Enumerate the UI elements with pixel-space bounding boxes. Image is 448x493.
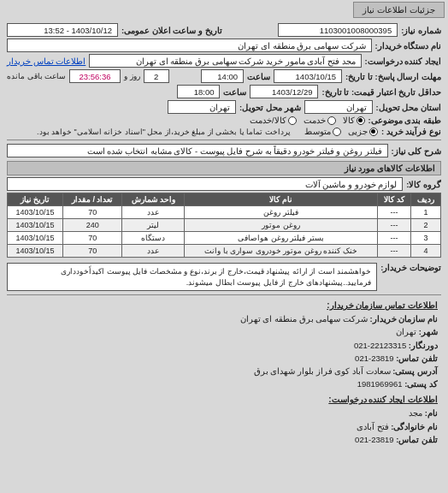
table-cell: 4 xyxy=(411,245,441,258)
time-label-1: ساعت xyxy=(247,72,270,81)
radio-goods[interactable] xyxy=(357,116,365,125)
table-cell: --- xyxy=(377,219,410,232)
need-title: فیلتر روغن و فیلتر خودرو دقیقاً به شرح ف… xyxy=(7,144,388,157)
table-cell: لیتر xyxy=(122,219,185,232)
buy-type-group: جزیی متوسط xyxy=(304,127,378,136)
table-cell: 70 xyxy=(63,206,122,219)
table-cell: 1403/10/15 xyxy=(8,206,63,219)
pay-note: پرداخت تماما یا بخشی از مبلغ خرید،از محل… xyxy=(37,128,291,136)
buyer-contact-link[interactable]: اطلاعات تماس خریدار xyxy=(7,56,85,66)
table-cell: 1403/10/15 xyxy=(8,232,63,245)
remain-days-label: روز و xyxy=(124,72,140,80)
remain-time-label: ساعت باقی مانده xyxy=(7,72,66,80)
table-cell: 3 xyxy=(411,232,441,245)
table-cell: 1403/10/15 xyxy=(8,219,63,232)
org-value: شرکت سهامی برق منطقه ای تهران xyxy=(240,314,368,324)
table-header: ردیف xyxy=(411,193,441,206)
goods-group: لوازم خودرو و ماشین آلات xyxy=(7,177,403,191)
table-row: 4---خنک کننده روغن موتور خودروی سواری با… xyxy=(8,245,441,258)
table-cell: بستر فیلتر روغن هواصافی xyxy=(185,232,378,245)
opt-goods-service: کالا/خدمت xyxy=(250,116,286,125)
divider-1 xyxy=(7,140,441,140)
opt-goods: کالا xyxy=(343,116,355,125)
goods-info-header: اطلاعات کالاهای مورد نیاز xyxy=(7,161,441,175)
creator-header: اطلاعات ایجاد کننده درخواست: xyxy=(10,393,438,407)
table-cell: 1 xyxy=(411,206,441,219)
remain-days: 2 xyxy=(144,69,169,83)
deadline-label: مهلت ارسال پاسخ: تا تاریخ: xyxy=(345,72,441,81)
table-cell: --- xyxy=(377,206,410,219)
addr-value: سعادت آباد کوی فراز بلوار شهدای برق xyxy=(254,366,391,376)
table-cell: 70 xyxy=(63,245,122,258)
addr-label: آدرس پستی: xyxy=(392,366,438,376)
validity-time: 18:00 xyxy=(177,85,220,98)
buy-type-label: نوع فرآیند خرید : xyxy=(381,127,441,136)
table-header: تعداد / مقدار xyxy=(63,193,122,206)
lname-label: نام خانوادگی: xyxy=(391,422,438,431)
goods-type-group: کالا خدمت کالا/خدمت xyxy=(250,116,365,125)
table-cell: عدد xyxy=(122,206,185,219)
deadline-time: 14:00 xyxy=(201,69,244,83)
phone-value: 23819-021 xyxy=(355,353,393,363)
delivery-state-label: استان محل تحویل: xyxy=(376,103,441,112)
remain-time: 23:56:36 xyxy=(69,69,121,83)
lname-value: فتح آبادی xyxy=(357,422,389,431)
fax-value: 22123315-021 xyxy=(354,341,406,350)
table-cell: --- xyxy=(377,232,410,245)
zip-value: 1981969961 xyxy=(357,379,403,389)
radio-service[interactable] xyxy=(327,116,336,125)
table-row: 1---فیلتر روغنعدد701403/10/15 xyxy=(8,206,441,219)
city-label: شهر: xyxy=(419,327,438,336)
delivery-city: تهران xyxy=(168,100,236,114)
req-no-label: شماره نیاز: xyxy=(401,26,441,35)
city-value: تهران xyxy=(396,327,416,336)
table-header: کد کالا xyxy=(377,193,410,206)
zip-label: کد پستی: xyxy=(404,379,438,389)
desc-label: توضیحات خریدار: xyxy=(380,263,441,272)
creator-value: مجد فتح آبادی مامور خرید شرکت سهامی برق … xyxy=(89,54,361,68)
deadline-date: 1403/10/15 xyxy=(274,69,342,83)
divider-2 xyxy=(7,294,441,295)
table-cell: --- xyxy=(377,245,410,258)
table-cell: 70 xyxy=(63,232,122,245)
validity-date: 1403/12/29 xyxy=(250,85,318,98)
tab-details[interactable]: جزئیات اطلاعات نیاز xyxy=(353,2,445,18)
goods-table: ردیفکد کالانام کالاواحد شمارشتعداد / مقد… xyxy=(7,193,441,258)
buyer-label: نام دستگاه خریدار: xyxy=(375,41,441,50)
goods-type-label: طبقه بندی موضوعی: xyxy=(368,116,441,125)
form-area: شماره نیاز: 1103001008000395 تاریخ و ساع… xyxy=(0,18,448,449)
table-cell: 1403/10/15 xyxy=(8,245,63,258)
opt-small: جزیی xyxy=(348,127,368,136)
radio-goods-service[interactable] xyxy=(288,116,297,125)
req-no-value: 1103001008000395 xyxy=(278,23,398,37)
table-cell: 2 xyxy=(411,219,441,232)
delivery-state: تهران xyxy=(304,100,373,114)
opt-service: خدمت xyxy=(304,116,326,125)
phone-label: تلفن تماس: xyxy=(396,353,438,363)
buyer-value: شرکت سهامی برق منطقه ای تهران xyxy=(7,39,372,52)
cphone-value: 23819-021 xyxy=(355,435,393,444)
table-header: تاریخ نیاز xyxy=(8,193,63,206)
table-cell: دستگاه xyxy=(122,232,185,245)
announce-label: تاریخ و ساعت اعلان عمومی: xyxy=(121,26,222,35)
table-cell: روغن موتور xyxy=(185,219,378,232)
table-row: 3---بستر فیلتر روغن هواصافیدستگاه701403/… xyxy=(8,232,441,245)
org-label: نام سازمان خریدار: xyxy=(370,314,438,324)
table-header: نام کالا xyxy=(185,193,378,206)
table-cell: عدد xyxy=(122,245,185,258)
radio-medium[interactable] xyxy=(333,128,341,136)
table-header: واحد شمارش xyxy=(122,193,185,206)
buyer-description: خواهشمند است از ارائه پیشنهاد قیمت،خارج … xyxy=(7,263,377,291)
delivery-city-label: شهر محل تحویل: xyxy=(239,103,300,112)
table-cell: 240 xyxy=(63,219,122,232)
opt-medium: متوسط xyxy=(304,127,331,136)
table-cell: فیلتر روغن xyxy=(185,206,378,219)
creator-label: ایجاد کننده درخواست: xyxy=(365,56,441,66)
cphone-label: تلفن تماس: xyxy=(396,435,438,444)
need-title-label: شرح کلی نیاز: xyxy=(392,146,441,156)
contact-section: اطلاعات تماس سازمان خریدار: نام سازمان خ… xyxy=(7,299,441,446)
radio-small[interactable] xyxy=(369,128,378,136)
table-row: 2---روغن موتورلیتر2401403/10/15 xyxy=(8,219,441,232)
goods-group-label: گروه کالا: xyxy=(406,180,441,189)
contact-header: اطلاعات تماس سازمان خریدار: xyxy=(10,299,438,312)
